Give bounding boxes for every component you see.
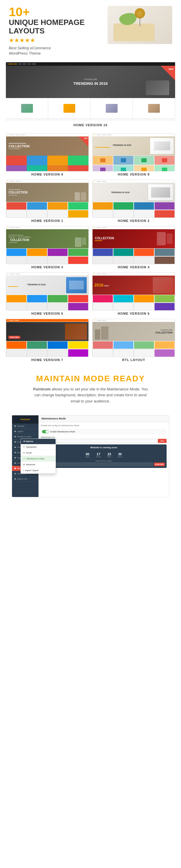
- rtl-nav: F: [93, 319, 175, 322]
- countdown-days: 80 Days: [83, 451, 92, 459]
- version1-card: F COLLECTION: [6, 180, 89, 222]
- countdown-seconds: 30 Secs: [116, 451, 124, 459]
- maintain-section: MAINTAIN MODE READY Furnicom allows you …: [0, 365, 181, 410]
- sidebar-logo: Furnicom: [12, 415, 38, 424]
- nav-item4: [32, 63, 35, 65]
- hero-badge: 10+: [9, 6, 108, 18]
- home10-footer: [6, 119, 175, 121]
- v4-collection: COLLECTION: [95, 237, 114, 240]
- hero-subtitle: Best Selling eCommerce WordPress Theme: [9, 45, 108, 56]
- v6-year: 2016: [94, 283, 103, 287]
- version8-card: F TRENDING IN 2016: [92, 133, 175, 176]
- v5-products: [6, 295, 88, 311]
- maintain-preview-wrapper: Furnicom General Layout Header & footer …: [6, 415, 175, 497]
- v8-label: HOME VERSION 8: [92, 173, 175, 176]
- coming-soon-text: Website is coming soon: [42, 446, 165, 449]
- v1-hero: COLLECTION: [6, 183, 88, 202]
- popup-item-social[interactable]: S Social: [21, 450, 56, 456]
- versions-grid: F NEW COLLECTION: [0, 130, 181, 365]
- home10-label: HOME VERSION 10: [6, 123, 175, 127]
- home10-trending: TRENDING IN 2016: [73, 81, 108, 86]
- v9-label: HOME VERSION 9: [6, 173, 89, 176]
- v4-label: HOME VERSION 4: [92, 266, 175, 269]
- popup-header: ⚙ Options: [21, 439, 56, 444]
- coming-soon-preview: Website is coming soon 80 Days 17 Hours …: [41, 444, 167, 468]
- rtl-card: F FURNITURE COLLECTION: [92, 319, 175, 362]
- version9-card: F NEW COLLECTION: [6, 133, 89, 176]
- home10-tagline: FURNICOM: [73, 78, 108, 81]
- sidebar-item-layout[interactable]: Layout: [12, 429, 38, 434]
- popup-item-maintenance[interactable]: ✓ Maintainance Mode: [21, 456, 56, 462]
- maintain-description: Enable and config the Maintainance Mode: [41, 425, 167, 427]
- version1-preview: F COLLECTION: [6, 180, 89, 218]
- version4-card: F COLLECTION: [92, 226, 175, 269]
- v7-products: [6, 341, 88, 357]
- v1-products: [6, 202, 88, 218]
- v9-hero: NEW COLLECTION: [6, 136, 88, 156]
- email-input[interactable]: [42, 463, 153, 466]
- popup-item-typography[interactable]: T Typography: [21, 444, 56, 450]
- v4-hero: COLLECTION: [93, 229, 175, 248]
- version9-preview: F NEW COLLECTION: [6, 133, 89, 172]
- v5-hero: TRENDING IN 2016: [6, 276, 88, 295]
- v7-sale: SALE 50%: [8, 336, 20, 339]
- version5-preview: F TRENDING IN 2016: [6, 272, 89, 311]
- v1-nav: F: [6, 180, 88, 183]
- product-col-1: [6, 98, 48, 119]
- version8-preview: F TRENDING IN 2016: [92, 133, 175, 172]
- home10-preview: FURNICOM NEW FURNICOM TRENDING IN 2016: [6, 62, 175, 121]
- maintain-body: Enable and config the Maintainance Mode …: [38, 422, 169, 470]
- version6-card: F 2016 NEW HOME VER: [92, 272, 175, 315]
- v7-hero: SALE 50%: [6, 322, 88, 341]
- v6-hero: 2016 NEW: [93, 276, 175, 295]
- v6-products: [93, 295, 175, 311]
- v9-new-badge: NEW: [78, 136, 88, 147]
- version6-preview: F 2016 NEW: [92, 272, 175, 311]
- v3-hero: SOFAS + SECTIONALS COLLECTION: [6, 229, 88, 248]
- maintain-title: MAINTAIN MODE READY: [9, 374, 172, 383]
- rtl-preview: F FURNITURE COLLECTION: [92, 319, 175, 357]
- v8-products: [93, 156, 175, 172]
- subscribe-button[interactable]: SUBSCRIBE: [154, 463, 165, 466]
- hero-title: UNIQUE HOMEPAGE LAYOUTS: [9, 18, 108, 35]
- v3-collection: COLLECTION: [8, 238, 31, 242]
- save-button[interactable]: Save: [158, 439, 167, 443]
- maintain-content: Maintainance Mode Enable and config the …: [38, 415, 169, 497]
- version4-preview: F COLLECTION: [92, 226, 175, 264]
- v1-collection: COLLECTION: [8, 191, 28, 194]
- version5-card: F TRENDING IN 2016: [6, 272, 89, 315]
- hero-section: 10+ UNIQUE HOMEPAGE LAYOUTS ★★★★★ Best S…: [0, 0, 181, 59]
- maintain-input-row: Save: [41, 439, 167, 443]
- v2-label: HOME VERSION 2: [92, 219, 175, 222]
- rtl-hero: FURNITURE COLLECTION: [93, 322, 175, 341]
- home10-logo: FURNICOM: [7, 63, 17, 65]
- nav-item1: [18, 63, 22, 65]
- popup-item-import[interactable]: I Import / Export: [21, 468, 56, 473]
- home10-products: [6, 98, 175, 119]
- v9-nav: F: [6, 133, 88, 136]
- v3-nav: F: [6, 226, 88, 229]
- sidebar-item-import[interactable]: Import / Ex...: [12, 476, 38, 482]
- product-col-4: [133, 98, 175, 119]
- v8-trending: TRENDING IN 2016: [95, 144, 149, 146]
- v9-collection: COLLECTION: [8, 145, 30, 148]
- v6-label: HOME VERSION 6: [92, 312, 175, 315]
- enable-toggle[interactable]: [42, 430, 49, 433]
- nav-item2: [23, 63, 26, 65]
- home10-section: FURNICOM NEW FURNICOM TRENDING IN 2016: [0, 59, 181, 130]
- hero-image: [108, 6, 172, 44]
- maintain-popup: ⚙ Options T Typography S Social ✓ Mainta…: [21, 439, 56, 474]
- v4-nav: F: [93, 226, 175, 229]
- version7-preview: F SALE 50%: [6, 319, 89, 357]
- hero-stars: ★★★★★: [9, 37, 108, 44]
- maintain-content-header: Maintainance Mode: [38, 415, 169, 422]
- maintain-text-input[interactable]: [41, 439, 157, 443]
- popup-item-advanced[interactable]: A Advanced: [21, 462, 56, 468]
- rtl-collection: COLLECTION: [155, 331, 173, 334]
- v4-products: [93, 248, 175, 264]
- v5-nav: F: [6, 273, 88, 276]
- sidebar-item-general[interactable]: General: [12, 424, 38, 429]
- new-badge: NEW: [160, 66, 175, 81]
- v8-hero: TRENDING IN 2016: [93, 136, 175, 156]
- version2-preview: F TRENDING IN 2016: [92, 180, 175, 218]
